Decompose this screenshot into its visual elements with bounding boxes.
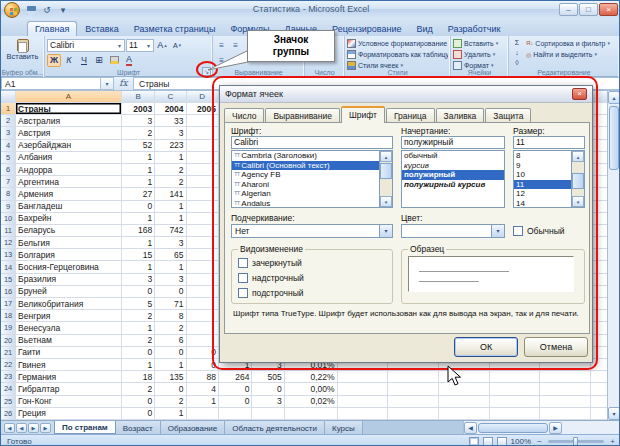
cell[interactable]: 3 bbox=[122, 274, 155, 286]
ribbon-tab-Рецензирование[interactable]: Рецензирование bbox=[325, 22, 409, 36]
cell[interactable]: 1 bbox=[122, 237, 155, 249]
cell[interactable]: 6 bbox=[155, 335, 186, 347]
fill-color-button[interactable] bbox=[107, 54, 121, 67]
font-list-scrollbar[interactable]: ▴ ▾ bbox=[379, 151, 392, 207]
font-size-combo[interactable]: 11 ▾ bbox=[126, 39, 154, 52]
cell[interactable]: Гон-Конг bbox=[16, 396, 122, 408]
cell[interactable] bbox=[540, 371, 591, 383]
font-style-list-item[interactable]: курсив bbox=[402, 161, 504, 171]
row-header[interactable]: 6 bbox=[1, 164, 16, 176]
cell[interactable] bbox=[338, 383, 389, 395]
row-header[interactable]: 4 bbox=[1, 140, 16, 152]
cell[interactable]: Венгрия bbox=[16, 310, 122, 322]
cell[interactable] bbox=[388, 383, 439, 395]
sheet-tab-По странам[interactable]: По странам bbox=[54, 421, 116, 434]
cell[interactable]: 1 bbox=[122, 359, 155, 371]
row-header[interactable]: 12 bbox=[1, 237, 16, 249]
cell[interactable] bbox=[591, 140, 607, 152]
cell[interactable]: 742 bbox=[155, 225, 186, 237]
dialog-title-bar[interactable]: Формат ячеек × bbox=[220, 86, 592, 103]
cell[interactable]: Беларусь bbox=[16, 225, 122, 237]
row-header[interactable]: 8 bbox=[1, 188, 16, 200]
cell[interactable] bbox=[591, 261, 607, 273]
cell[interactable]: 1 bbox=[155, 408, 186, 420]
cell[interactable]: Болгария bbox=[16, 249, 122, 261]
font-list-item[interactable]: TTCalibri (Основной текст) bbox=[232, 161, 379, 171]
scroll-up-button[interactable]: ▴ bbox=[608, 91, 620, 104]
cell[interactable] bbox=[591, 274, 607, 286]
cell[interactable] bbox=[591, 188, 607, 200]
cell[interactable] bbox=[540, 396, 591, 408]
cell[interactable]: Страны bbox=[16, 103, 122, 115]
checkbox[interactable] bbox=[238, 288, 248, 298]
cancel-button[interactable]: Отмена bbox=[524, 337, 588, 357]
cell[interactable] bbox=[439, 383, 490, 395]
vertical-scroll-thumb[interactable] bbox=[609, 106, 619, 170]
cell[interactable] bbox=[591, 237, 607, 249]
cell[interactable]: 1 bbox=[155, 359, 186, 371]
cell[interactable]: 2 bbox=[122, 310, 155, 322]
last-sheet-button[interactable]: ▶ bbox=[40, 423, 51, 433]
cell[interactable]: 4 bbox=[187, 383, 219, 395]
next-sheet-button[interactable]: ▶ bbox=[28, 423, 39, 433]
cell[interactable] bbox=[591, 225, 607, 237]
column-header[interactable]: C bbox=[155, 91, 186, 103]
cell[interactable]: 3 bbox=[155, 127, 186, 139]
cell[interactable]: 0 bbox=[155, 383, 186, 395]
delete-cells-button[interactable]: Удалить ▾ bbox=[453, 49, 506, 59]
maximize-button[interactable]: □ bbox=[579, 3, 598, 16]
cell[interactable]: 65 bbox=[155, 249, 186, 261]
font-size-input[interactable]: 11 bbox=[513, 136, 585, 149]
cell[interactable]: 3 bbox=[155, 237, 186, 249]
prev-sheet-button[interactable]: ◀ bbox=[16, 423, 27, 433]
scroll-down-button[interactable]: ▾ bbox=[380, 196, 392, 207]
bold-button[interactable]: Ж bbox=[47, 54, 61, 67]
clear-button[interactable]: ◊ bbox=[511, 58, 523, 67]
zoom-slider[interactable] bbox=[548, 440, 604, 443]
sheet-tab-Образование[interactable]: Образование bbox=[161, 421, 226, 434]
paste-button[interactable]: Вставить bbox=[4, 38, 42, 66]
cell[interactable]: 135 bbox=[155, 371, 186, 383]
cell[interactable]: 2 bbox=[155, 164, 186, 176]
dialog-tab-Число[interactable]: Число bbox=[224, 108, 264, 123]
cell[interactable] bbox=[187, 310, 219, 322]
cell[interactable] bbox=[187, 408, 219, 420]
normal-view-button[interactable] bbox=[469, 437, 479, 446]
cell[interactable]: Венесуэла bbox=[16, 322, 122, 334]
scroll-down-button[interactable]: ▾ bbox=[608, 407, 620, 420]
cell[interactable] bbox=[187, 335, 219, 347]
cell[interactable]: 1 bbox=[155, 201, 186, 213]
borders-button[interactable]: ⊞ bbox=[92, 54, 106, 67]
cell[interactable]: 2 bbox=[155, 396, 186, 408]
cell[interactable] bbox=[591, 127, 607, 139]
cell[interactable] bbox=[187, 213, 219, 225]
row-header[interactable]: 24 bbox=[1, 383, 16, 395]
cell[interactable]: 88 bbox=[187, 371, 219, 383]
font-list-item[interactable]: TTAgency FB bbox=[232, 170, 379, 180]
cell[interactable]: 52 bbox=[122, 140, 155, 152]
cell[interactable] bbox=[591, 396, 607, 408]
find-select-button[interactable]: ◎ Найти и выделить ▾ bbox=[526, 49, 610, 59]
cell[interactable] bbox=[490, 383, 541, 395]
name-box-dropdown[interactable]: ▾ bbox=[101, 77, 114, 90]
cell[interactable] bbox=[187, 127, 219, 139]
insert-function-button[interactable]: fx bbox=[114, 77, 134, 90]
cell[interactable] bbox=[439, 408, 490, 420]
cell[interactable]: Вьетнам bbox=[16, 335, 122, 347]
cell[interactable] bbox=[187, 140, 219, 152]
cell[interactable]: Андорра bbox=[16, 164, 122, 176]
column-header[interactable]: A bbox=[16, 91, 122, 103]
cell[interactable]: 2 bbox=[122, 383, 155, 395]
cell[interactable]: 0 bbox=[122, 286, 155, 298]
cell[interactable] bbox=[187, 237, 219, 249]
row-header[interactable]: 14 bbox=[1, 261, 16, 273]
cell[interactable]: Бразилия bbox=[16, 274, 122, 286]
italic-button[interactable]: К bbox=[62, 54, 76, 67]
cell[interactable] bbox=[540, 408, 591, 420]
font-style-list-item[interactable]: обычный bbox=[402, 151, 504, 161]
cell[interactable]: 1 bbox=[122, 213, 155, 225]
cell[interactable]: Германия bbox=[16, 371, 122, 383]
horizontal-scrollbar[interactable]: ◀ ▶ bbox=[463, 421, 620, 434]
cell[interactable]: 1 bbox=[122, 176, 155, 188]
ribbon-tab-Вид[interactable]: Вид bbox=[410, 22, 440, 36]
